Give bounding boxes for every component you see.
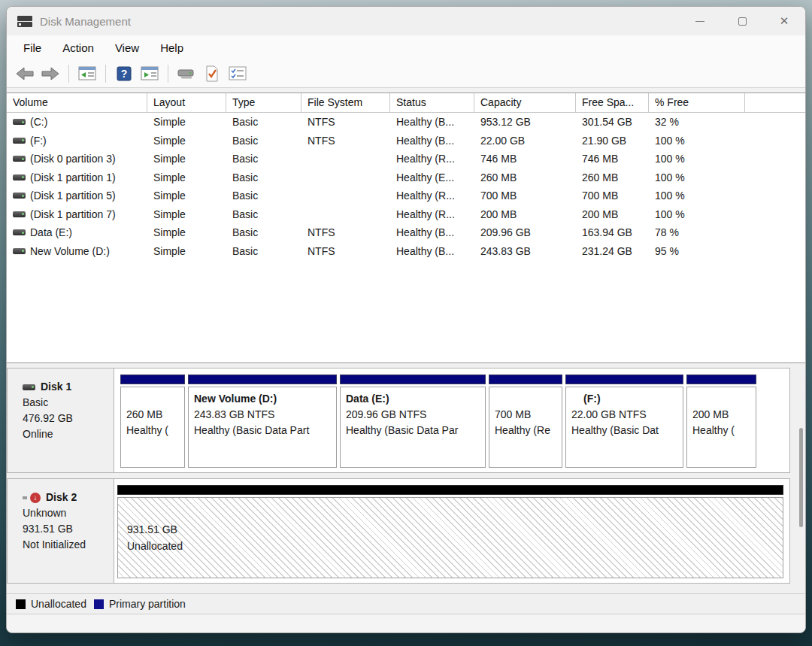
volume-name: (Disk 0 partition 3) <box>30 153 116 165</box>
disk-2-partition-strip: 931.51 GB Unallocated <box>114 479 789 583</box>
unallocated-size: 931.51 GB <box>127 521 783 538</box>
disk-1-header[interactable]: Disk 1 Basic 476.92 GB Online <box>8 368 114 472</box>
minimize-button[interactable] <box>679 7 721 35</box>
disk-2-header[interactable]: ↓Disk 2 Unknown 931.51 GB Not Initialize… <box>8 479 114 583</box>
toolbar: ? <box>7 59 805 88</box>
menubar: File Action View Help <box>7 35 805 59</box>
partition-block[interactable]: 260 MB Healthy ( <box>120 375 185 469</box>
disk-mark <box>23 496 27 499</box>
table-row[interactable]: Data (E:) Simple Basic NTFS Healthy (B..… <box>7 223 806 242</box>
window-title: Disk Management <box>40 15 131 28</box>
disk-state: Online <box>23 426 109 442</box>
disk-state: Not Initialized <box>23 537 109 553</box>
table-row[interactable]: (Disk 1 partition 1) Simple Basic Health… <box>7 168 806 187</box>
show-console-tree-icon[interactable] <box>77 64 98 83</box>
disk-type: Unknown <box>23 505 109 521</box>
primary-partition-bar <box>489 375 562 384</box>
check-report-icon[interactable] <box>201 64 223 83</box>
vertical-scrollbar-thumb[interactable] <box>799 428 803 527</box>
column-header-capacity[interactable]: Capacity <box>474 93 576 112</box>
partition-block[interactable]: (F:) 22.00 GB NTFS Healthy (Basic Dat <box>565 375 683 469</box>
close-button[interactable]: ✕ <box>763 7 805 35</box>
partition-block[interactable]: New Volume (D:) 243.83 GB NTFS Healthy (… <box>188 375 337 469</box>
table-row[interactable]: (Disk 1 partition 7) Simple Basic Health… <box>7 205 806 224</box>
svg-text:?: ? <box>121 68 128 80</box>
disk-1-row: Disk 1 Basic 476.92 GB Online 260 MB Hea… <box>7 368 790 473</box>
column-header-file-system[interactable]: File System <box>301 93 390 112</box>
unallocated-label: Unallocated <box>127 538 783 554</box>
column-header-layout[interactable]: Layout <box>147 93 226 112</box>
partition-block[interactable]: 700 MB Healthy (Re <box>489 375 562 469</box>
unallocated-swatch <box>16 599 26 609</box>
disk-size: 931.51 GB <box>23 521 109 537</box>
volume-list-pane: Volume Layout Type File System Status Ca… <box>7 93 806 363</box>
column-header-filler <box>745 93 806 112</box>
table-row[interactable]: (F:) Simple Basic NTFS Healthy (B... 22.… <box>7 132 806 150</box>
primary-partition-bar <box>120 375 185 384</box>
table-row[interactable]: (C:) Simple Basic NTFS Healthy (B... 953… <box>7 113 806 132</box>
volume-icon <box>13 138 26 144</box>
volume-icon <box>13 211 26 217</box>
status-bar <box>7 614 806 633</box>
disk-view-icon[interactable] <box>176 64 197 83</box>
forward-icon[interactable] <box>40 64 61 83</box>
volume-name: New Volume (D:) <box>30 245 110 257</box>
volume-icon <box>13 193 26 199</box>
disk-graphical-pane: Disk 1 Basic 476.92 GB Online 260 MB Hea… <box>7 368 806 593</box>
not-initialized-warning-icon: ↓ <box>30 493 41 503</box>
volume-icon <box>13 248 26 254</box>
unallocated-bar <box>117 485 783 495</box>
titlebar: Disk Management ✕ <box>7 7 805 35</box>
volume-icon <box>13 174 26 180</box>
back-icon[interactable] <box>14 64 35 83</box>
primary-partition-bar <box>188 375 337 384</box>
toolbar-separator <box>168 65 168 83</box>
volume-icon <box>13 156 26 162</box>
maximize-button[interactable] <box>721 7 763 35</box>
column-header-pct-free[interactable]: % Free <box>649 93 745 112</box>
column-header-volume[interactable]: Volume <box>7 93 147 112</box>
table-row[interactable]: (Disk 1 partition 5) Simple Basic Health… <box>7 187 806 205</box>
volume-table-header: Volume Layout Type File System Status Ca… <box>7 93 806 113</box>
unallocated-region: 931.51 GB Unallocated <box>117 497 783 578</box>
table-row[interactable]: New Volume (D:) Simple Basic NTFS Health… <box>7 242 806 261</box>
app-icon <box>17 15 32 27</box>
menu-help[interactable]: Help <box>150 38 194 57</box>
help-icon[interactable]: ? <box>114 64 135 83</box>
disk-size: 476.92 GB <box>23 411 109 426</box>
column-header-status[interactable]: Status <box>390 93 474 112</box>
volume-icon <box>13 229 26 235</box>
disk-type: Basic <box>23 395 109 411</box>
show-action-pane-icon[interactable] <box>139 64 160 83</box>
volume-name: (F:) <box>30 135 47 147</box>
primary-partition-bar <box>686 375 756 384</box>
volume-name: (Disk 1 partition 1) <box>30 171 116 183</box>
menu-view[interactable]: View <box>105 38 150 57</box>
column-header-type[interactable]: Type <box>226 93 301 112</box>
partition-block[interactable]: 200 MB Healthy ( <box>686 375 756 469</box>
primary-partition-bar <box>340 375 486 384</box>
legend-bar: Unallocated Primary partition <box>7 593 806 614</box>
primary-partition-bar <box>565 375 683 384</box>
disk-2-row: ↓Disk 2 Unknown 931.51 GB Not Initialize… <box>7 478 790 584</box>
disk-management-window: Disk Management ✕ File Action View Help <box>6 6 806 633</box>
volume-icon <box>13 119 26 125</box>
primary-partition-swatch <box>94 599 104 609</box>
column-header-free-space[interactable]: Free Spa... <box>576 93 649 112</box>
volume-name: Data (E:) <box>30 226 72 238</box>
table-row[interactable]: (Disk 0 partition 3) Simple Basic Health… <box>7 150 806 168</box>
legend-item-primary-partition: Primary partition <box>94 598 186 610</box>
legend-item-unallocated: Unallocated <box>16 598 86 610</box>
menu-file[interactable]: File <box>13 38 52 57</box>
partition-block[interactable]: Data (E:) 209.96 GB NTFS Healthy (Basic … <box>340 375 486 469</box>
volume-name: (Disk 1 partition 5) <box>30 190 116 202</box>
menu-action[interactable]: Action <box>52 38 105 57</box>
volume-name: (C:) <box>30 116 47 128</box>
toolbar-separator <box>68 65 69 83</box>
volume-name: (Disk 1 partition 7) <box>30 208 116 220</box>
disk-name: Disk 1 <box>41 379 71 395</box>
unallocated-block[interactable]: 931.51 GB Unallocated <box>117 485 783 580</box>
disk-1-partition-strip: 260 MB Healthy ( New Volume (D:) 243.83 … <box>114 368 789 472</box>
properties-list-icon[interactable] <box>227 64 248 83</box>
disk-name: Disk 2 <box>46 490 77 505</box>
